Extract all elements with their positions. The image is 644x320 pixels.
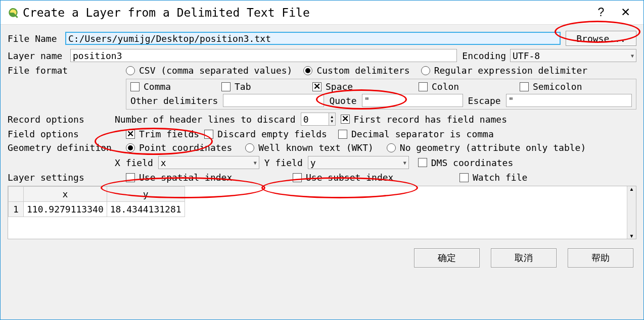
encoding-label: Encoding: [462, 50, 506, 61]
first-record-names-check[interactable]: [341, 115, 350, 124]
csv-radio[interactable]: [126, 66, 135, 75]
help-button[interactable]: 帮助: [568, 248, 633, 268]
subset-index-label: Use subset index: [306, 172, 457, 183]
regex-delim-radio[interactable]: [421, 66, 430, 75]
trim-fields-check[interactable]: [126, 130, 135, 139]
point-coord-radio[interactable]: [126, 143, 135, 152]
discard-empty-check[interactable]: [204, 130, 213, 139]
other-delim-input[interactable]: [223, 94, 324, 107]
custom-delim-radio[interactable]: [303, 66, 312, 75]
first-record-names-label: First record has field names: [354, 114, 507, 125]
row-number: 1: [9, 202, 24, 217]
custom-delim-label: Custom delimiters: [316, 65, 409, 76]
comma-label: Comma: [144, 81, 219, 92]
xfield-label: X field: [115, 157, 153, 168]
header-x[interactable]: x: [24, 187, 107, 202]
subset-index-check[interactable]: [293, 173, 302, 182]
semicolon-check[interactable]: [520, 82, 529, 91]
qgis-logo-icon: [7, 6, 20, 19]
semicolon-label: Semicolon: [533, 81, 582, 92]
wkt-radio[interactable]: [245, 143, 254, 152]
colon-label: Colon: [432, 81, 518, 92]
dms-check[interactable]: [418, 158, 427, 167]
scroll-down-icon[interactable]: ▼: [629, 233, 634, 239]
no-geom-label: No geometry (attribute only table): [400, 142, 586, 153]
spatial-index-check[interactable]: [126, 173, 135, 182]
spatial-index-label: Use spatial index: [139, 172, 291, 183]
table-row[interactable]: 1 110.9279113340 18.4344131281: [9, 202, 185, 217]
cancel-button[interactable]: 取消: [491, 248, 557, 268]
ok-button[interactable]: 确定: [414, 248, 480, 268]
discard-empty-label: Discard empty fields: [217, 129, 327, 139]
layer-name-label: Layer name: [8, 50, 68, 61]
other-delim-label: Other delimiters: [130, 95, 218, 106]
discard-lines-input[interactable]: [301, 113, 329, 126]
cell-y: 18.4344131281: [107, 202, 185, 217]
space-label: Space: [326, 81, 417, 92]
cell-x: 110.9279113340: [24, 202, 107, 217]
csv-label: CSV (comma separated values): [139, 65, 292, 76]
vertical-scrollbar[interactable]: ▲ ▼: [627, 186, 636, 239]
record-options-label: Record options: [8, 114, 113, 125]
regex-delim-label: Regular expression delimiter: [434, 65, 587, 76]
layer-settings-label: Layer settings: [8, 172, 124, 183]
header-y[interactable]: y: [107, 187, 185, 202]
scroll-up-icon[interactable]: ▲: [629, 186, 634, 192]
file-format-label: File format: [8, 65, 124, 76]
tab-label: Tab: [235, 81, 310, 92]
watch-file-check[interactable]: [459, 173, 469, 182]
yfield-label: Y field: [264, 157, 303, 168]
file-name-input[interactable]: [65, 32, 561, 45]
xfield-select[interactable]: x▼: [158, 156, 259, 169]
decimal-comma-check[interactable]: [338, 130, 347, 139]
wkt-label: Well known text (WKT): [258, 142, 374, 153]
quote-input[interactable]: [362, 94, 463, 107]
browse-button[interactable]: Browse...: [566, 31, 636, 46]
escape-label: Escape: [468, 95, 501, 106]
comma-check[interactable]: [130, 82, 140, 91]
help-icon[interactable]: ?: [589, 6, 613, 19]
file-name-label: File Name: [8, 33, 63, 44]
tab-check[interactable]: [221, 82, 231, 91]
space-check[interactable]: [312, 82, 321, 91]
quote-label: Quote: [329, 95, 356, 106]
decimal-comma-label: Decimal separator is comma: [351, 129, 494, 139]
preview-table: x y 1 110.9279113340 18.4344131281 ▲ ▼: [8, 186, 636, 239]
titlebar: Create a Layer from a Delimited Text Fil…: [1, 1, 643, 25]
colon-check[interactable]: [419, 82, 428, 91]
field-options-label: Field options: [8, 129, 124, 139]
yfield-select[interactable]: y▼: [308, 156, 409, 169]
discard-lines-label: Number of header lines to discard: [115, 114, 296, 125]
close-icon[interactable]: ✕: [613, 6, 637, 19]
point-coord-label: Point coordinates: [139, 142, 232, 153]
table-header-row: x y: [9, 187, 185, 202]
layer-name-input[interactable]: [70, 49, 457, 62]
dms-label: DMS coordinates: [431, 157, 514, 168]
trim-fields-label: Trim fields: [139, 129, 199, 139]
watch-file-label: Watch file: [473, 172, 527, 183]
discard-lines-stepper[interactable]: ▲▼: [329, 113, 336, 126]
no-geom-radio[interactable]: [387, 143, 396, 152]
geometry-label: Geometry definition: [8, 142, 124, 153]
dialog-button-bar: 确定 取消 帮助: [1, 241, 643, 273]
window-title: Create a Layer from a Delimited Text Fil…: [23, 6, 589, 19]
encoding-select[interactable]: UTF-8▼: [510, 49, 636, 62]
escape-input[interactable]: [506, 94, 632, 107]
